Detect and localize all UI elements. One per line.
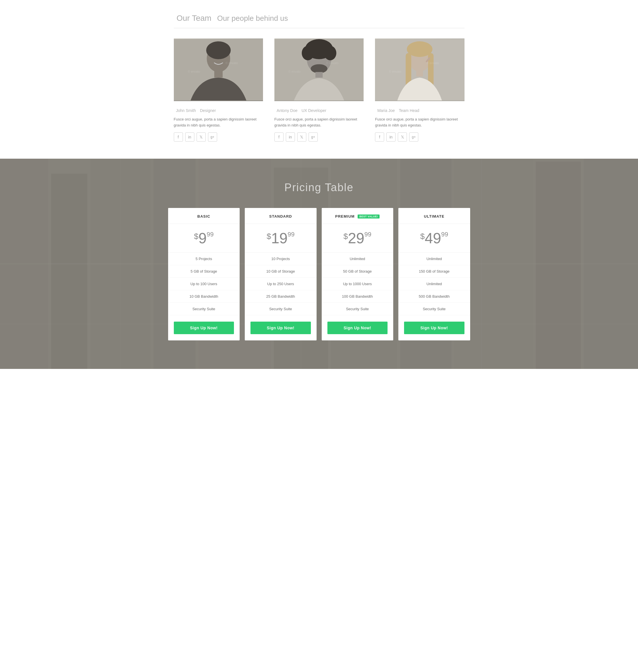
photo-placeholder-2: © envato © envato xyxy=(274,38,364,101)
feature-premium-4: Security Suite xyxy=(322,303,393,315)
plan-name-ultimate: ULTIMATE xyxy=(401,214,467,219)
gplus-icon-2[interactable]: g+ xyxy=(308,133,318,142)
member-bio-1: Fusce orci augue, porta a sapien digniss… xyxy=(174,117,263,128)
facebook-icon-2[interactable]: f xyxy=(274,133,284,142)
gplus-icon-3[interactable]: g+ xyxy=(409,133,418,142)
feature-basic-4: Security Suite xyxy=(168,303,240,315)
member-name-2: Antony Doe UX Developer xyxy=(274,106,364,114)
social-icons-3: f in 𝕏 g+ xyxy=(375,133,464,142)
member-bio-3: Fusce orci augue, porta a sapien digniss… xyxy=(375,117,464,128)
person-silhouette-svg-1: © envato © envato xyxy=(174,38,263,101)
pricing-card-ultimate: ULTIMATE $4999 Unlimited 150 GB of Stora… xyxy=(398,208,470,341)
pricing-card-premium: PREMIUM BEST VALUE! $2999 Unlimited 50 G… xyxy=(322,208,393,341)
best-value-badge: BEST VALUE! xyxy=(358,214,380,219)
team-grid: © envato © envato John Smith Designer Fu… xyxy=(174,38,465,142)
plan-price-premium: $2999 xyxy=(322,224,393,253)
plan-price-basic: $999 xyxy=(168,224,240,253)
signup-button-premium[interactable]: Sign Up Now! xyxy=(328,322,388,334)
feature-premium-2: Up to 1000 Users xyxy=(322,278,393,290)
pricing-card-basic: BASIC $999 5 Projects 5 GB of Storage Up… xyxy=(168,208,240,341)
svg-point-21 xyxy=(407,41,433,57)
feature-ultimate-2: Unlimited xyxy=(398,278,470,290)
feature-standard-2: Up to 250 Users xyxy=(245,278,317,290)
plan-footer-premium: Sign Up Now! xyxy=(322,315,393,340)
feature-ultimate-0: Unlimited xyxy=(398,253,470,265)
price-display-premium: $2999 xyxy=(343,230,371,246)
social-icons-1: f in 𝕏 g+ xyxy=(174,133,263,142)
price-display-basic: $999 xyxy=(194,230,214,246)
feature-standard-0: 10 Projects xyxy=(245,253,317,265)
team-card-1: © envato © envato John Smith Designer Fu… xyxy=(174,38,263,142)
team-title-main: Our Team xyxy=(177,14,212,22)
team-photo-1: © envato © envato xyxy=(174,38,263,101)
twitter-icon-1[interactable]: 𝕏 xyxy=(197,133,206,142)
svg-point-13 xyxy=(310,64,328,73)
feature-ultimate-3: 500 GB Bandwidth xyxy=(398,290,470,303)
feature-standard-4: Security Suite xyxy=(245,303,317,315)
pricing-card-standard: STANDARD $1999 10 Projects 10 GB of Stor… xyxy=(245,208,317,341)
team-photo-3: © envato © envato xyxy=(375,38,464,101)
plan-features-premium: Unlimited 50 GB of Storage Up to 1000 Us… xyxy=(322,253,393,315)
team-card-3: © envato © envato Maria Joe Team Head Fu… xyxy=(375,38,464,142)
twitter-icon-2[interactable]: 𝕏 xyxy=(297,133,306,142)
feature-premium-0: Unlimited xyxy=(322,253,393,265)
feature-standard-1: 10 GB of Storage xyxy=(245,265,317,278)
photo-placeholder-1: © envato © envato xyxy=(174,38,263,101)
svg-point-3 xyxy=(206,41,231,59)
plan-features-ultimate: Unlimited 150 GB of Storage Unlimited 50… xyxy=(398,253,470,315)
section-divider xyxy=(174,28,465,28)
plan-footer-basic: Sign Up Now! xyxy=(168,315,240,340)
svg-rect-22 xyxy=(416,70,423,76)
pricing-grid: BASIC $999 5 Projects 5 GB of Storage Up… xyxy=(168,208,470,341)
pricing-section-title: Pricing Table xyxy=(168,182,470,194)
twitter-icon-3[interactable]: 𝕏 xyxy=(398,133,407,142)
plan-header-basic: BASIC xyxy=(168,208,240,224)
team-section: Our Team Our people behind us xyxy=(168,0,470,159)
team-section-title: Our Team Our people behind us xyxy=(174,12,465,23)
feature-basic-0: 5 Projects xyxy=(168,253,240,265)
signup-button-standard[interactable]: Sign Up Now! xyxy=(250,322,311,334)
signup-button-basic[interactable]: Sign Up Now! xyxy=(174,322,234,334)
plan-header-premium: PREMIUM BEST VALUE! xyxy=(322,208,393,224)
price-display-ultimate: $4999 xyxy=(420,230,448,246)
plan-footer-standard: Sign Up Now! xyxy=(245,315,317,340)
feature-basic-2: Up to 100 Users xyxy=(168,278,240,290)
feature-ultimate-4: Security Suite xyxy=(398,303,470,315)
facebook-icon-3[interactable]: f xyxy=(375,133,384,142)
svg-rect-2 xyxy=(214,71,222,77)
member-bio-2: Fusce orci augue, porta a sapien digniss… xyxy=(274,117,364,128)
plan-header-standard: STANDARD xyxy=(245,208,317,224)
team-title-sub: Our people behind us xyxy=(217,14,288,22)
svg-text:© envato: © envato xyxy=(326,61,338,65)
plan-name-premium: PREMIUM BEST VALUE! xyxy=(324,214,391,219)
svg-text:© envato: © envato xyxy=(389,70,401,73)
plan-name-standard: STANDARD xyxy=(248,214,314,219)
svg-rect-14 xyxy=(316,72,322,78)
plan-name-basic: BASIC xyxy=(171,214,237,219)
svg-text:© envato: © envato xyxy=(426,61,439,65)
linkedin-icon-3[interactable]: in xyxy=(386,133,396,142)
svg-text:© envato: © envato xyxy=(225,61,238,65)
svg-text:© envato: © envato xyxy=(187,70,200,73)
team-card-2: © envato © envato Antony Doe UX Develope… xyxy=(274,38,364,142)
pricing-section: Pricing Table BASIC $999 5 Projects 5 GB… xyxy=(0,159,638,369)
person-silhouette-svg-3: © envato © envato xyxy=(375,38,464,101)
price-display-standard: $1999 xyxy=(267,230,295,246)
social-icons-2: f in 𝕏 g+ xyxy=(274,133,364,142)
facebook-icon-1[interactable]: f xyxy=(174,133,183,142)
feature-ultimate-1: 150 GB of Storage xyxy=(398,265,470,278)
plan-features-basic: 5 Projects 5 GB of Storage Up to 100 Use… xyxy=(168,253,240,315)
signup-button-ultimate[interactable]: Sign Up Now! xyxy=(404,322,465,334)
gplus-icon-1[interactable]: g+ xyxy=(208,133,217,142)
feature-standard-3: 25 GB Bandwidth xyxy=(245,290,317,303)
linkedin-icon-1[interactable]: in xyxy=(185,133,194,142)
plan-price-standard: $1999 xyxy=(245,224,317,253)
person-silhouette-svg-2: © envato © envato xyxy=(274,38,364,101)
feature-premium-3: 100 GB Bandwidth xyxy=(322,290,393,303)
plan-price-ultimate: $4999 xyxy=(398,224,470,253)
team-photo-2: © envato © envato xyxy=(274,38,364,101)
member-name-3: Maria Joe Team Head xyxy=(375,106,464,114)
linkedin-icon-2[interactable]: in xyxy=(286,133,295,142)
plan-footer-ultimate: Sign Up Now! xyxy=(398,315,470,340)
pricing-content: Pricing Table BASIC $999 5 Projects 5 GB… xyxy=(168,182,470,341)
